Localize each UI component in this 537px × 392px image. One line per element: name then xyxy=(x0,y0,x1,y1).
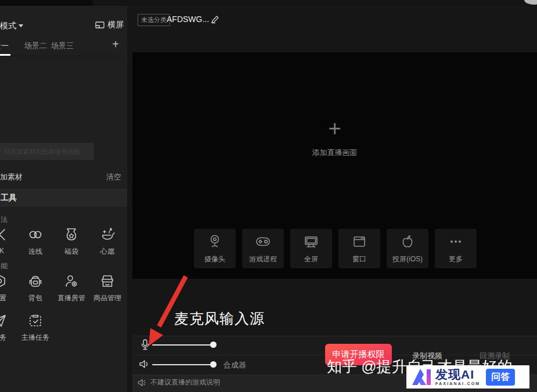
preview-canvas[interactable]: + 添加直播画面 摄像头 游戏进程 xyxy=(132,52,537,279)
shop-icon xyxy=(99,273,116,289)
edit-pencil-icon[interactable] xyxy=(211,15,219,24)
landscape-icon xyxy=(95,21,104,29)
room-title: AFDSWG... xyxy=(167,15,209,24)
landscape-toggle-button[interactable]: 横屏 xyxy=(95,20,124,30)
faxianai-text: 发现AI FAXIANAI.COM xyxy=(435,368,480,386)
tools-header-label: 工具 xyxy=(1,193,17,203)
window-title-area xyxy=(0,0,93,6)
pk-icon xyxy=(0,226,8,243)
scene-tabs: 场景一 场景二 场景三 + xyxy=(0,36,127,56)
active-tab-underline xyxy=(0,54,10,56)
left-panel: 模式 横屏 场景一 场景二 场景三 + 可添加素材到当前场景画面 加素材 清空 … xyxy=(0,6,127,392)
game-notice-text: 不建议直播的游戏说明 xyxy=(150,377,220,387)
apple-icon xyxy=(399,233,416,250)
source-buttons: 摄像头 游戏进程 全屏 xyxy=(194,229,477,268)
mixer-volume-slider[interactable] xyxy=(152,364,214,365)
tool-renwu[interactable]: 任务 xyxy=(0,312,14,343)
mixer-volume-handle[interactable] xyxy=(210,361,217,368)
tab-scene-3[interactable]: 场景三 xyxy=(51,41,74,51)
tool-shangpin[interactable]: 商品管理 xyxy=(93,273,122,303)
tool-fangguan[interactable]: 直播房管 xyxy=(57,273,86,303)
watermark-logo: 发现AI FAXIANAI.COM 问答 xyxy=(406,365,529,389)
monitor-icon xyxy=(303,233,319,250)
tool-row-3: 任务 主播任务 xyxy=(0,312,50,343)
add-material-label: 加素材 xyxy=(0,172,23,182)
chevron-down-icon xyxy=(19,24,23,27)
lucky-bag-icon xyxy=(63,226,80,243)
clear-button[interactable]: 清空 xyxy=(106,172,121,182)
tab-scene-1[interactable]: 场景一 xyxy=(0,41,9,51)
faxianai-brand: 发现AI xyxy=(435,368,480,380)
add-scene-button[interactable]: + xyxy=(112,38,119,51)
gamepad-icon xyxy=(255,233,271,250)
mixer-label: 合成器 xyxy=(224,360,246,371)
game-notice-link[interactable]: 不建议直播的游戏说明 xyxy=(138,377,220,387)
link-icon xyxy=(27,226,44,243)
tool-beibao[interactable]: 背包 xyxy=(21,273,50,303)
tool-lianxian[interactable]: 连线 xyxy=(21,226,50,257)
landscape-label: 横屏 xyxy=(107,20,124,30)
source-fullscreen-button[interactable]: 全屏 xyxy=(290,229,332,268)
mode-row: 模式 横屏 xyxy=(0,19,127,34)
settings-icon xyxy=(0,273,8,289)
source-ios-cast-button[interactable]: 投屏(iOS) xyxy=(387,229,428,268)
tool-row-1: PK 连线 福袋 xyxy=(0,226,122,257)
qa-badge: 问答 xyxy=(486,369,515,386)
tool-shezhi[interactable]: 设置 xyxy=(0,273,14,303)
tool-fudai[interactable]: 福袋 xyxy=(57,226,86,257)
ellipsis-icon xyxy=(448,233,464,250)
scene-hint-text: 可添加素材到当前场景画面 xyxy=(3,148,80,156)
faxianai-logo-icon xyxy=(411,368,432,386)
faxianai-domain: FAXIANAI.COM xyxy=(435,382,480,386)
tool-row-2: 设置 背包 直播房管 xyxy=(0,273,122,303)
send-icon xyxy=(0,312,8,329)
webcam-icon xyxy=(207,233,223,250)
room-admin-icon xyxy=(63,273,80,289)
wish-lamp-icon xyxy=(99,226,116,243)
tools-section-header: 工具 xyxy=(0,189,127,207)
section-function-label: 能 xyxy=(1,261,8,271)
source-camera-button[interactable]: 摄像头 xyxy=(194,229,236,268)
source-more-button[interactable]: 更多 xyxy=(435,229,477,268)
main-header: 未选分类 AFDSWG... xyxy=(132,6,537,52)
material-row: 加素材 清空 xyxy=(0,170,127,185)
tool-zhubo-renwu[interactable]: 主播任务 xyxy=(21,312,50,343)
category-badge[interactable]: 未选分类 xyxy=(138,14,170,26)
mic-volume-handle[interactable] xyxy=(210,341,217,348)
source-window-button[interactable]: 窗口 xyxy=(338,229,380,268)
source-game-process-button[interactable]: 游戏进程 xyxy=(242,229,284,268)
task-board-icon xyxy=(27,312,44,329)
mode-dropdown[interactable]: 模式 xyxy=(0,21,16,31)
backpack-icon xyxy=(27,273,44,289)
tool-pk[interactable]: PK xyxy=(0,226,14,257)
tab-scene-2[interactable]: 场景二 xyxy=(24,41,47,51)
section-play-label: 法 xyxy=(1,215,8,225)
add-screen-plus-icon[interactable]: + xyxy=(132,117,537,139)
add-screen-label[interactable]: 添加直播画面 xyxy=(132,148,537,158)
window-icon xyxy=(351,233,367,250)
announce-icon xyxy=(138,379,146,387)
speaker-icon[interactable] xyxy=(139,359,149,369)
red-arrow-annotation xyxy=(137,272,195,351)
scene-hint-box: 可添加素材到当前场景画面 xyxy=(0,143,94,160)
tool-xinyuan[interactable]: 心愿 xyxy=(93,226,122,257)
